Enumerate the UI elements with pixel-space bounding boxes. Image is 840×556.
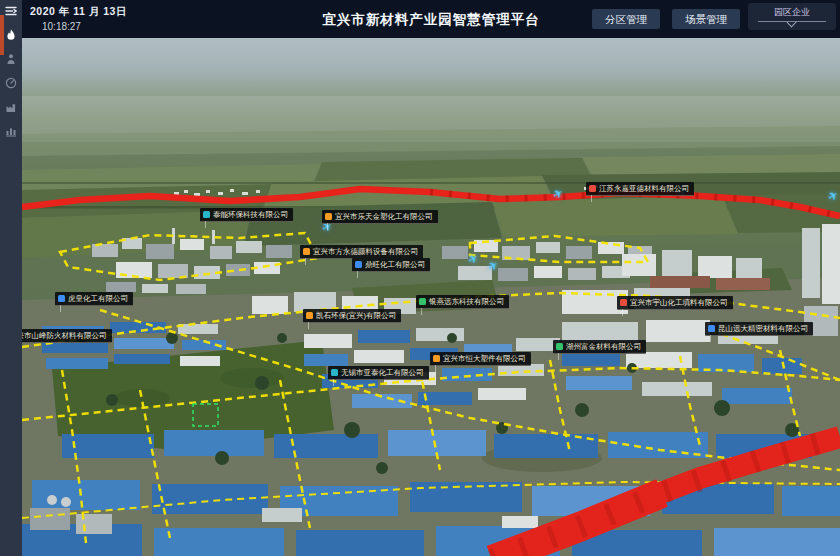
company-type-icon [331, 369, 338, 376]
company-label-text: 宜兴市方永德颜料设备有限公司 [313, 248, 418, 256]
company-label-text: 鼎旺化工有限公司 [365, 261, 425, 269]
company-label-text: 虎皇化工有限公司 [68, 295, 128, 303]
company-label-text: 江苏永嘉亚德材料有限公司 [599, 185, 689, 193]
company-type-icon [419, 298, 426, 305]
company-label[interactable]: 宜兴市方永德颜料设备有限公司 [300, 245, 423, 259]
company-label[interactable]: 鼎旺化工有限公司 [352, 258, 430, 272]
flame-icon [5, 29, 17, 42]
company-type-icon [306, 312, 313, 319]
company-type-icon [589, 185, 596, 192]
sidebar-item-fire[interactable] [0, 24, 22, 46]
scene-management-button[interactable]: 场景管理 [672, 9, 740, 29]
company-type-icon [203, 211, 210, 218]
company-label[interactable]: 虎皇化工有限公司 [55, 292, 133, 306]
company-type-icon [325, 213, 332, 220]
company-label[interactable]: 宜兴市宇山化工填料有限公司 [617, 296, 733, 310]
company-label[interactable]: 宜兴市山峰防火材料有限公司 [22, 329, 112, 343]
company-type-icon [708, 325, 715, 332]
company-type-icon [58, 295, 65, 302]
sidebar-item-statistics[interactable] [0, 120, 22, 142]
company-label-text: 宜兴市山峰防火材料有限公司 [22, 332, 107, 340]
company-label[interactable]: 凯石环保(宜兴)有限公司 [303, 309, 401, 323]
company-label[interactable]: 宜兴市乐天金塑化工有限公司 [322, 210, 438, 224]
company-label-text: 昆山远大精密材料有限公司 [718, 325, 808, 333]
company-label[interactable]: 湖州富金材料有限公司 [553, 340, 646, 354]
sidebar-item-person[interactable] [0, 48, 22, 70]
header-buttons: 分区管理 场景管理 [592, 9, 740, 29]
company-label-text: 宜兴市宇山化工填料有限公司 [630, 299, 728, 307]
company-label[interactable]: 泰能环保科技有限公司 [200, 208, 293, 222]
company-label-text: 湖州富金材料有限公司 [566, 343, 641, 351]
sidebar-item-gauge[interactable] [0, 72, 22, 94]
sidebar-item-factory[interactable] [0, 96, 22, 118]
header-bar: 2020 年 11 月 13日 10:18:27 宜兴市新材料产业园智慧管理平台… [22, 0, 840, 38]
company-type-icon [355, 261, 362, 268]
company-label[interactable]: 江苏永嘉亚德材料有限公司 [586, 182, 694, 196]
company-label-text: 泰能环保科技有限公司 [213, 211, 288, 219]
company-type-icon [620, 299, 627, 306]
person-icon [5, 53, 17, 65]
company-label-text: 凯石环保(宜兴)有限公司 [316, 312, 396, 320]
company-label[interactable]: 无锡市亚泰化工有限公司 [328, 366, 429, 380]
sidebar [0, 0, 22, 556]
company-label-text: 无锡市亚泰化工有限公司 [341, 369, 424, 377]
company-label-text: 宜兴市恒大塑件有限公司 [443, 355, 526, 363]
zone-management-button[interactable]: 分区管理 [592, 9, 660, 29]
bar-chart-icon [5, 125, 17, 137]
smart-park-platform: 2020 年 11 月 13日 10:18:27 宜兴市新材料产业园智慧管理平台… [0, 0, 840, 556]
park-enterprise-dropdown[interactable]: 园区企业 [748, 3, 836, 30]
company-label[interactable]: 宜兴市恒大塑件有限公司 [430, 352, 531, 366]
map-3d-view[interactable]: 泰能环保科技有限公司宜兴市乐天金塑化工有限公司宜兴市方永德颜料设备有限公司鼎旺化… [22, 38, 840, 556]
gauge-icon [5, 77, 17, 89]
company-type-icon [433, 355, 440, 362]
factory-icon [5, 101, 17, 113]
company-label[interactable]: 银燕远东科技有限公司 [416, 295, 509, 309]
company-type-icon [303, 248, 310, 255]
company-label[interactable]: 昆山远大精密材料有限公司 [705, 322, 813, 336]
company-label-text: 宜兴市乐天金塑化工有限公司 [335, 213, 433, 221]
company-type-icon [556, 343, 563, 350]
company-label-text: 银燕远东科技有限公司 [429, 298, 504, 306]
